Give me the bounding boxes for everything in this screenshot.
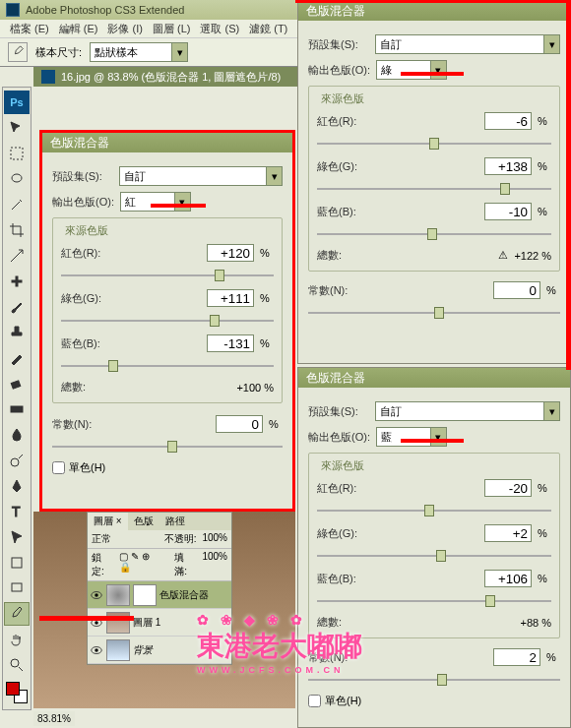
svg-text:T: T: [12, 504, 21, 519]
red-input[interactable]: [207, 244, 254, 262]
color-swatches[interactable]: [6, 682, 28, 703]
chevron-down-icon: ▾: [543, 35, 559, 53]
menu-layer[interactable]: 圖層 (L): [149, 22, 195, 36]
channel-mixer-panel-red: 色版混合器 預設集(S): 自訂▾ 輸出色版(O): 紅▾ 來源色版 紅色(R)…: [39, 130, 295, 512]
constant-slider[interactable]: [308, 672, 560, 688]
red-slider[interactable]: [317, 136, 551, 152]
eyedropper-tool[interactable]: [4, 602, 30, 626]
output-channel-select[interactable]: 綠▾: [376, 60, 447, 80]
gradient-tool[interactable]: [4, 397, 30, 421]
constant-input[interactable]: [493, 648, 540, 666]
notes-tool[interactable]: [4, 576, 30, 600]
blue-slider[interactable]: [61, 358, 274, 374]
annotation-underline: [151, 204, 206, 208]
red-slider[interactable]: [317, 503, 551, 518]
hand-tool[interactable]: [4, 628, 30, 651]
green-input[interactable]: [207, 289, 254, 307]
blue-input[interactable]: [484, 203, 532, 220]
visibility-icon[interactable]: [90, 643, 103, 657]
monochrome-checkbox[interactable]: [308, 695, 321, 707]
constant-input[interactable]: [493, 281, 540, 299]
blue-input[interactable]: [484, 570, 532, 587]
blue-slider[interactable]: [317, 226, 551, 242]
toolbox: Ps T: [2, 87, 32, 710]
output-channel-select[interactable]: 紅▾: [120, 192, 191, 212]
menu-select[interactable]: 選取 (S): [196, 22, 243, 36]
green-slider[interactable]: [317, 548, 551, 564]
output-channel-select[interactable]: 藍▾: [376, 427, 447, 447]
eyedropper-tool-icon[interactable]: [8, 42, 28, 62]
constant-slider[interactable]: [308, 305, 560, 321]
panel-title: 色版混合器: [42, 133, 292, 152]
svg-rect-4: [11, 381, 21, 389]
layer-row[interactable]: 背景: [88, 637, 231, 664]
blur-tool[interactable]: [4, 423, 30, 447]
layers-tabs: 圖層 × 色版 路徑: [88, 513, 231, 530]
constant-slider[interactable]: [52, 439, 283, 455]
stamp-tool[interactable]: [4, 321, 30, 344]
layer-row[interactable]: 圖層 1: [88, 609, 231, 637]
preset-label: 預設集(S):: [52, 169, 113, 184]
preset-select[interactable]: 自訂▾: [375, 401, 560, 421]
green-slider[interactable]: [61, 313, 274, 329]
preset-select[interactable]: 自訂▾: [375, 34, 560, 54]
monochrome-checkbox[interactable]: [52, 461, 65, 474]
green-input[interactable]: [484, 157, 532, 175]
sample-size-select[interactable]: 點狀樣本 ▾: [90, 42, 188, 62]
path-select-tool[interactable]: [4, 525, 30, 549]
wand-tool[interactable]: [4, 193, 30, 216]
svg-rect-8: [12, 558, 22, 568]
constant-label: 常數(N):: [308, 650, 369, 665]
constant-input[interactable]: [216, 415, 263, 433]
menu-filter[interactable]: 濾鏡 (T): [245, 22, 291, 36]
red-label: 紅色(R):: [61, 246, 122, 261]
layer-row[interactable]: 色版混合器: [88, 581, 231, 609]
red-input[interactable]: [484, 112, 532, 130]
shape-tool[interactable]: [4, 551, 30, 575]
brush-tool[interactable]: [4, 295, 30, 319]
green-slider[interactable]: [317, 181, 551, 197]
history-brush-tool[interactable]: [4, 346, 30, 370]
zoom-tool[interactable]: [4, 653, 30, 677]
visibility-icon[interactable]: [90, 588, 103, 602]
blend-mode[interactable]: 正常: [92, 532, 111, 546]
fill-label: 填滿:: [174, 551, 196, 578]
red-input[interactable]: [484, 479, 532, 497]
dodge-tool[interactable]: [4, 449, 30, 472]
svg-point-10: [11, 659, 19, 667]
green-input[interactable]: [484, 524, 532, 542]
blue-input[interactable]: [207, 334, 254, 352]
eraser-tool[interactable]: [4, 372, 30, 395]
opacity-value[interactable]: 100%: [202, 532, 227, 546]
output-channel-label: 輸出色版(O):: [308, 63, 370, 78]
type-tool[interactable]: T: [4, 500, 30, 523]
lasso-tool[interactable]: [4, 167, 30, 191]
red-slider[interactable]: [61, 268, 274, 283]
tab-layers[interactable]: 圖層 ×: [88, 513, 128, 530]
blue-slider[interactable]: [317, 593, 551, 609]
tab-channels[interactable]: 色版: [128, 513, 159, 530]
heal-tool[interactable]: [4, 270, 30, 293]
move-tool[interactable]: [4, 116, 30, 140]
warn-icon: ⚠: [498, 249, 508, 262]
blue-label: 藍色(B):: [317, 205, 378, 219]
menu-image[interactable]: 影像 (I): [103, 22, 146, 36]
pen-tool[interactable]: [4, 474, 30, 498]
red-label: 紅色(R):: [317, 114, 378, 129]
preset-select[interactable]: 自訂▾: [119, 166, 283, 186]
green-label: 綠色(G):: [317, 526, 378, 541]
output-channel-value: 紅: [125, 195, 136, 210]
slice-tool[interactable]: [4, 244, 30, 268]
output-channel-value: 綠: [381, 63, 392, 78]
fg-color-swatch[interactable]: [6, 682, 20, 696]
marquee-tool[interactable]: [4, 142, 30, 165]
lock-icons[interactable]: ▢ ✎ ⊕ 🔒: [119, 551, 162, 578]
sample-size-label: 樣本尺寸:: [35, 45, 82, 60]
fill-value[interactable]: 100%: [202, 551, 227, 578]
menu-file[interactable]: 檔案 (E): [6, 22, 53, 36]
tab-paths[interactable]: 路徑: [159, 513, 191, 530]
chevron-down-icon: ▾: [171, 43, 187, 61]
menu-edit[interactable]: 編輯 (E): [55, 22, 102, 36]
crop-tool[interactable]: [4, 218, 30, 242]
zoom-status: 83.81%: [33, 711, 75, 726]
